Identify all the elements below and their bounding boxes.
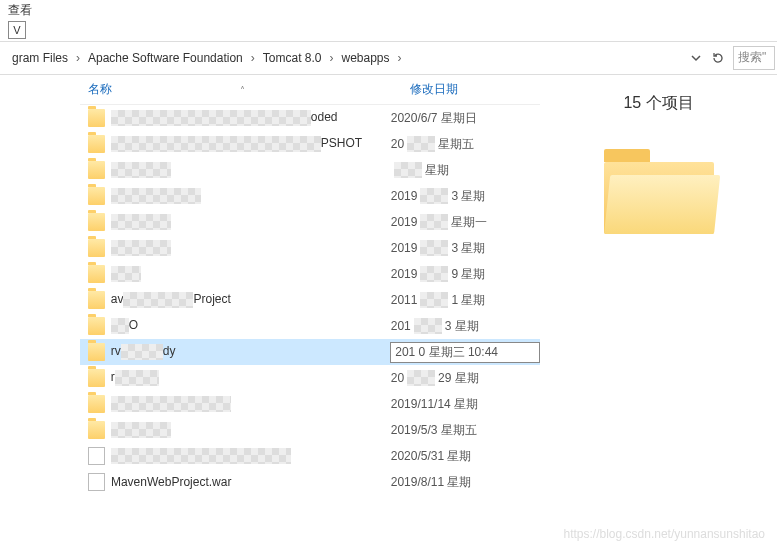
folder-icon — [88, 187, 105, 205]
list-item[interactable]: 2019/5/3 星期五 — [80, 417, 540, 443]
file-date: 201 0 星期三 10:44 — [390, 342, 540, 363]
file-date: 2019星期一 — [391, 214, 540, 231]
folder-icon — [88, 369, 105, 387]
file-name: O — [111, 318, 391, 334]
chevron-right-icon: › — [74, 51, 82, 65]
file-date: 20193 星期 — [391, 188, 540, 205]
list-item[interactable]: 2019星期一 — [80, 209, 540, 235]
list-item[interactable]: 2019/11/14 星期 — [80, 391, 540, 417]
folder-icon — [88, 421, 105, 439]
list-item[interactable]: 20199 星期 — [80, 261, 540, 287]
file-name — [111, 188, 391, 204]
column-header-date[interactable]: 修改日期 — [410, 81, 540, 98]
list-item[interactable]: 20193 星期 — [80, 183, 540, 209]
crumb-3[interactable]: webapps — [336, 49, 396, 67]
file-icon — [88, 473, 105, 491]
chevron-right-icon: › — [328, 51, 336, 65]
list-item[interactable]: rvdy201 0 星期三 10:44 — [80, 339, 540, 365]
item-count-label: 15 个项目 — [560, 93, 757, 114]
file-name: r — [111, 370, 391, 386]
folder-icon — [88, 109, 105, 127]
view-tab-key: V — [8, 21, 26, 39]
column-header-name[interactable]: 名称 ˄ — [80, 81, 410, 98]
folder-icon — [88, 317, 105, 335]
folder-preview-icon — [604, 144, 714, 234]
file-name — [111, 422, 391, 438]
file-name: oded — [111, 110, 391, 126]
list-item[interactable]: PSHOT20星期五 — [80, 131, 540, 157]
file-name — [111, 214, 391, 230]
list-item[interactable]: 20193 星期 — [80, 235, 540, 261]
history-dropdown-icon[interactable] — [685, 47, 707, 69]
watermark: https://blog.csdn.net/yunnansunshitao — [564, 527, 765, 541]
file-name — [111, 266, 391, 282]
file-date: 20193 星期 — [391, 240, 540, 257]
view-tab-label[interactable]: 查看 — [8, 3, 32, 17]
folder-icon — [88, 343, 105, 361]
file-name: avProject — [111, 292, 391, 308]
file-date: 2020/5/31 星期 — [391, 448, 540, 465]
file-date: 20111 星期 — [391, 292, 540, 309]
file-date: 2029 星期 — [391, 370, 540, 387]
list-item[interactable]: 星期 — [80, 157, 540, 183]
list-item[interactable]: MavenWebProject.war2019/8/11 星期 — [80, 469, 540, 495]
file-date: 20星期五 — [391, 136, 540, 153]
details-pane: 15 个项目 — [540, 75, 777, 547]
file-icon — [88, 447, 105, 465]
search-input[interactable]: 搜索" — [733, 46, 775, 70]
chevron-right-icon: › — [396, 51, 404, 65]
list-item[interactable]: O2013 星期 — [80, 313, 540, 339]
file-date: 2013 星期 — [391, 318, 540, 335]
chevron-right-icon: › — [249, 51, 257, 65]
breadcrumb[interactable]: gram Files › Apache Software Foundation … — [2, 46, 685, 70]
file-name — [111, 448, 391, 464]
file-name: rvdy — [111, 344, 390, 360]
file-name — [111, 240, 391, 256]
file-date: 20199 星期 — [391, 266, 540, 283]
file-name — [111, 162, 391, 178]
file-date: 2019/5/3 星期五 — [391, 422, 540, 439]
folder-icon — [88, 161, 105, 179]
refresh-icon[interactable] — [707, 47, 729, 69]
file-date: 2019/11/14 星期 — [391, 396, 540, 413]
list-item[interactable]: avProject20111 星期 — [80, 287, 540, 313]
crumb-1[interactable]: Apache Software Foundation — [82, 49, 249, 67]
file-date: 星期 — [391, 162, 540, 179]
file-name: MavenWebProject.war — [111, 475, 391, 489]
file-name — [111, 396, 391, 412]
folder-icon — [88, 265, 105, 283]
crumb-0[interactable]: gram Files — [6, 49, 74, 67]
crumb-2[interactable]: Tomcat 8.0 — [257, 49, 328, 67]
file-list: 名称 ˄ 修改日期 oded2020/6/7 星期日PSHOT20星期五星期20… — [0, 75, 540, 547]
file-date: 2019/8/11 星期 — [391, 474, 540, 491]
address-bar: gram Files › Apache Software Foundation … — [0, 41, 777, 75]
folder-icon — [88, 395, 105, 413]
sort-arrow-icon: ˄ — [240, 85, 245, 96]
list-item[interactable]: r2029 星期 — [80, 365, 540, 391]
file-date: 2020/6/7 星期日 — [391, 110, 540, 127]
folder-icon — [88, 239, 105, 257]
list-item[interactable]: 2020/5/31 星期 — [80, 443, 540, 469]
list-item[interactable]: oded2020/6/7 星期日 — [80, 105, 540, 131]
file-name: PSHOT — [111, 136, 391, 152]
folder-icon — [88, 213, 105, 231]
folder-icon — [88, 135, 105, 153]
folder-icon — [88, 291, 105, 309]
